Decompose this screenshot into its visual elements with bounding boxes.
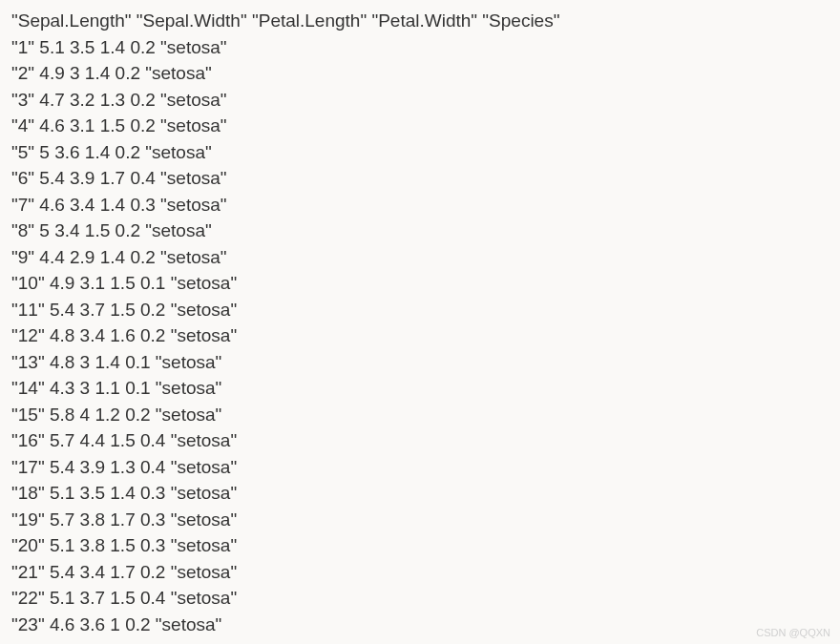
data-row: "12" 4.8 3.4 1.6 0.2 "setosa" xyxy=(11,322,829,349)
data-row: "20" 5.1 3.8 1.5 0.3 "setosa" xyxy=(11,532,829,559)
data-row: "11" 5.4 3.7 1.5 0.2 "setosa" xyxy=(11,297,829,323)
text-file-content: "Sepal.Length" "Sepal.Width" "Petal.Leng… xyxy=(11,8,829,637)
data-row: "5" 5 3.6 1.4 0.2 "setosa" xyxy=(11,139,829,166)
data-row: "21" 5.4 3.4 1.7 0.2 "setosa" xyxy=(11,559,829,586)
data-row: "17" 5.4 3.9 1.3 0.4 "setosa" xyxy=(11,454,829,481)
data-row: "10" 4.9 3.1 1.5 0.1 "setosa" xyxy=(11,270,829,297)
data-row: "16" 5.7 4.4 1.5 0.4 "setosa" xyxy=(11,427,829,454)
data-row: "9" 4.4 2.9 1.4 0.2 "setosa" xyxy=(11,244,829,271)
data-row: "7" 4.6 3.4 1.4 0.3 "setosa" xyxy=(11,192,829,218)
data-row: "14" 4.3 3 1.1 0.1 "setosa" xyxy=(11,375,829,402)
data-row: "1" 5.1 3.5 1.4 0.2 "setosa" xyxy=(11,34,829,61)
watermark-text: CSDN @QQXN xyxy=(756,627,830,638)
data-row: "8" 5 3.4 1.5 0.2 "setosa" xyxy=(11,218,829,244)
data-row: "22" 5.1 3.7 1.5 0.4 "setosa" xyxy=(11,585,829,612)
data-row: "19" 5.7 3.8 1.7 0.3 "setosa" xyxy=(11,507,829,533)
data-row: "6" 5.4 3.9 1.7 0.4 "setosa" xyxy=(11,165,829,192)
data-row: "3" 4.7 3.2 1.3 0.2 "setosa" xyxy=(11,87,829,114)
header-line: "Sepal.Length" "Sepal.Width" "Petal.Leng… xyxy=(11,8,829,34)
data-row: "13" 4.8 3 1.4 0.1 "setosa" xyxy=(11,349,829,376)
data-row: "15" 5.8 4 1.2 0.2 "setosa" xyxy=(11,402,829,428)
data-row: "18" 5.1 3.5 1.4 0.3 "setosa" xyxy=(11,480,829,507)
data-row: "4" 4.6 3.1 1.5 0.2 "setosa" xyxy=(11,113,829,139)
data-row: "23" 4.6 3.6 1 0.2 "setosa" xyxy=(11,612,829,638)
data-row: "2" 4.9 3 1.4 0.2 "setosa" xyxy=(11,60,829,87)
